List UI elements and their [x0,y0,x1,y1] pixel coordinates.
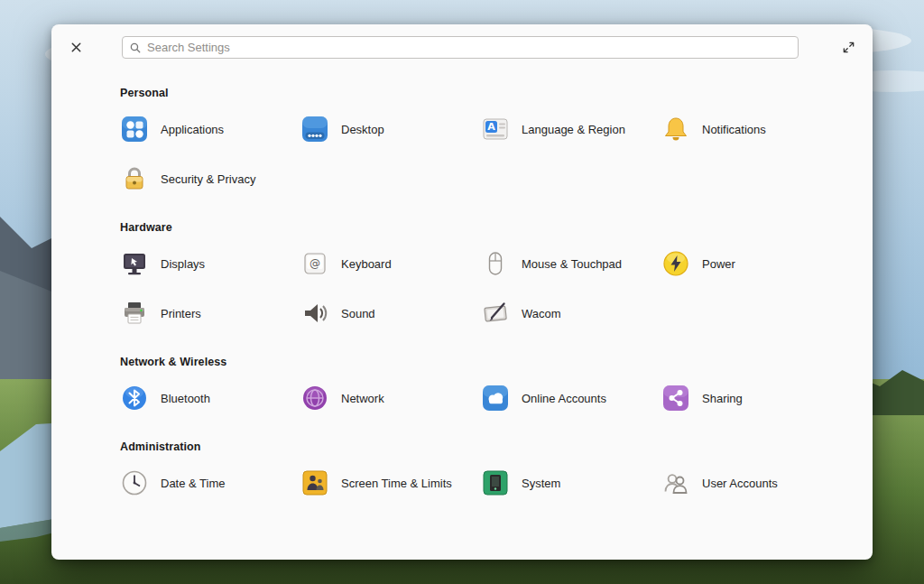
section-title: Network & Wireless [120,356,855,368]
printers-icon [120,299,149,328]
section-personal: PersonalApplicationsDesktopALanguage & R… [120,87,855,193]
window-header [51,24,873,65]
item-label: Bluetooth [161,392,210,405]
resize-button[interactable] [838,38,858,58]
svg-text:@: @ [310,257,320,270]
settings-item-user-accounts[interactable]: User Accounts [661,468,842,497]
security-privacy-icon [120,164,149,193]
item-label: Displays [161,257,205,271]
settings-item-online-accounts[interactable]: Online Accounts [481,384,661,413]
section-title: Hardware [120,221,855,234]
item-label: System [522,477,560,490]
settings-item-bluetooth[interactable]: Bluetooth [120,384,300,413]
sharing-icon [661,384,690,413]
settings-item-printers[interactable]: Printers [120,299,300,328]
settings-item-sharing[interactable]: Sharing [661,384,842,413]
close-button[interactable] [66,38,86,58]
item-label: Security & Privacy [161,172,255,186]
item-label: Applications [161,123,224,136]
section-hardware: HardwareDisplays@KeyboardMouse & Touchpa… [120,221,855,328]
item-label: User Accounts [702,477,778,490]
date-time-icon [120,468,149,497]
desktop-icon [300,115,329,144]
item-label: Sharing [702,392,743,405]
settings-item-displays[interactable]: Displays [120,249,300,278]
settings-item-network[interactable]: Network [300,384,481,413]
settings-item-desktop[interactable]: Desktop [300,115,481,144]
section-network-wireless: Network & WirelessBluetoothNetworkOnline… [120,356,855,413]
search-input[interactable] [147,41,791,54]
system-icon [481,468,510,497]
item-label: Power [702,257,735,271]
bluetooth-icon [120,384,149,413]
applications-icon [120,115,149,144]
displays-icon [120,249,149,278]
resize-icon [842,41,855,54]
settings-item-language-region[interactable]: ALanguage & Region [481,115,661,144]
item-label: Screen Time & Limits [341,477,452,490]
settings-item-date-time[interactable]: Date & Time [120,468,300,497]
settings-item-screen-time-limits[interactable]: Screen Time & Limits [300,468,481,497]
settings-item-notifications[interactable]: Notifications [661,115,842,144]
section-administration: AdministrationDate & TimeScreen Time & L… [120,440,855,497]
item-label: Desktop [341,123,384,136]
item-label: Sound [341,307,375,320]
screen-time-icon [300,468,329,497]
close-icon [69,41,83,54]
network-icon [300,384,329,413]
section-title: Administration [120,440,855,453]
search-field[interactable] [122,36,799,59]
item-label: Keyboard [341,257,392,271]
settings-item-mouse-touchpad[interactable]: Mouse & Touchpad [481,249,661,278]
item-label: Notifications [702,123,766,136]
item-label: Online Accounts [522,392,606,405]
keyboard-icon: @ [300,249,329,278]
item-label: Wacom [522,307,561,320]
settings-window: PersonalApplicationsDesktopALanguage & R… [51,24,873,560]
items-grid: Date & TimeScreen Time & LimitsSystemUse… [120,468,855,497]
language-region-icon: A [481,115,510,144]
item-label: Printers [161,307,201,320]
item-label: Network [341,392,384,405]
settings-item-sound[interactable]: Sound [300,299,481,328]
settings-item-security-privacy[interactable]: Security & Privacy [120,164,300,193]
section-title: Personal [120,87,855,99]
sound-icon [300,299,329,328]
notifications-icon [661,115,690,144]
settings-item-applications[interactable]: Applications [120,115,300,144]
settings-item-keyboard[interactable]: @Keyboard [300,249,481,278]
settings-item-system[interactable]: System [481,468,661,497]
wacom-icon [481,299,510,328]
online-accounts-icon [481,384,510,413]
items-grid: Displays@KeyboardMouse & TouchpadPowerPr… [120,249,855,328]
settings-item-wacom[interactable]: Wacom [481,299,661,328]
item-label: Mouse & Touchpad [522,257,622,271]
settings-sections: PersonalApplicationsDesktopALanguage & R… [51,65,873,560]
item-label: Date & Time [161,477,226,490]
user-accounts-icon [661,468,690,497]
power-icon [661,249,690,278]
search-icon [129,42,142,54]
item-label: Language & Region [522,123,625,136]
svg-text:A: A [487,121,495,133]
items-grid: BluetoothNetworkOnline AccountsSharing [120,384,855,413]
mouse-touchpad-icon [481,249,510,278]
items-grid: ApplicationsDesktopALanguage & RegionNot… [120,115,855,193]
settings-item-power[interactable]: Power [661,249,842,278]
